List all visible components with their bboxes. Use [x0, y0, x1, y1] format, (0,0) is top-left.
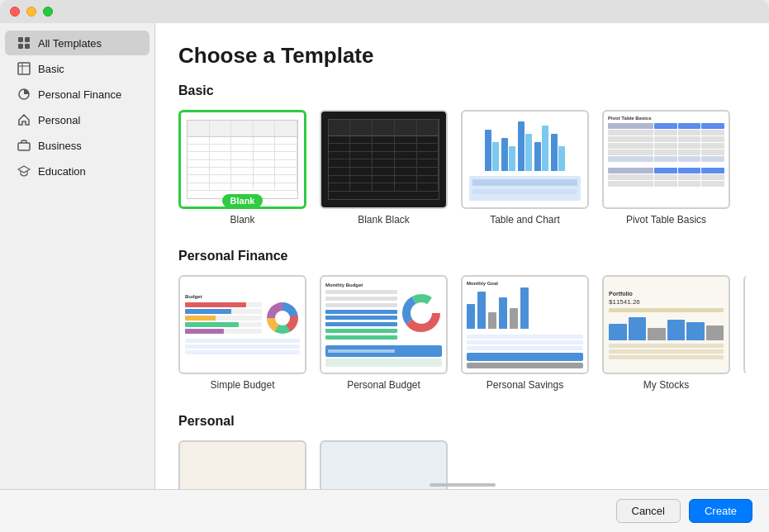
- sidebar-label-personal: Personal: [38, 114, 80, 126]
- sidebar-label-personal-finance: Personal Finance: [38, 88, 121, 101]
- template-item-personal-budget[interactable]: Monthly Budget: [320, 275, 448, 391]
- cancel-button[interactable]: Cancel: [616, 499, 681, 523]
- stocks-amount: $11541.26: [609, 298, 640, 306]
- template-label-personal-savings: Personal Savings: [487, 379, 563, 391]
- pivot-table-mini: [608, 123, 724, 163]
- sidebar-label-all-templates: All Templates: [38, 37, 102, 50]
- chart-visualization: [485, 118, 565, 171]
- svg-point-13: [413, 305, 430, 321]
- svg-rect-4: [18, 63, 30, 74]
- blank-badge: Blank: [222, 194, 263, 207]
- template-label-pivot-table: Pivot Table Basics: [626, 214, 706, 226]
- stocks-title: Portfolio: [609, 291, 633, 297]
- template-item-shared-expenses[interactable]: Shared Expenses: [743, 275, 746, 391]
- home-icon: [17, 112, 31, 127]
- svg-rect-1: [25, 37, 30, 42]
- content-area: Choose a Template Basic: [155, 23, 769, 532]
- template-label-personal-budget: Personal Budget: [347, 379, 420, 391]
- template-label-blank: Blank: [230, 214, 254, 226]
- template-thumb-blank-black[interactable]: [320, 110, 448, 209]
- sidebar-item-basic[interactable]: Basic: [5, 56, 150, 81]
- chart-icon: [17, 87, 31, 102]
- sidebar-item-personal[interactable]: Personal: [5, 107, 150, 132]
- template-thumb-personal-savings[interactable]: Monthly Goal: [461, 275, 589, 374]
- sidebar-label-education: Education: [38, 165, 86, 178]
- svg-marker-9: [18, 166, 30, 173]
- template-thumb-personal-budget[interactable]: Monthly Budget: [320, 275, 448, 374]
- sidebar-item-all-templates[interactable]: All Templates: [5, 31, 150, 55]
- briefcase-icon: [17, 138, 31, 153]
- svg-rect-8: [18, 143, 30, 150]
- personal-finance-template-grid: Budget: [178, 275, 746, 391]
- template-item-personal-savings[interactable]: Monthly Goal: [461, 275, 589, 391]
- template-label-table-chart: Table and Chart: [490, 214, 560, 226]
- svg-rect-2: [18, 44, 23, 49]
- savings-chart: [467, 287, 529, 329]
- template-label-blank-black: Blank Black: [358, 214, 410, 226]
- basic-template-grid: Blank Blank: [178, 110, 746, 226]
- page-title: Choose a Template: [178, 43, 746, 69]
- template-item-pivot-table[interactable]: Pivot Table Basics: [602, 110, 730, 226]
- grid-icon: [17, 36, 31, 50]
- svg-rect-3: [25, 44, 30, 49]
- sidebar-item-personal-finance[interactable]: Personal Finance: [5, 82, 150, 107]
- mortarboard-icon: [17, 164, 31, 178]
- template-thumb-pivot-table[interactable]: Pivot Table Basics: [602, 110, 730, 209]
- section-title-basic: Basic: [178, 83, 746, 98]
- template-item-my-stocks[interactable]: Portfolio $11541.26: [602, 275, 730, 391]
- template-label-simple-budget: Simple Budget: [210, 379, 274, 391]
- minimize-button[interactable]: [26, 7, 36, 17]
- svg-rect-0: [18, 37, 23, 42]
- donut-chart: [267, 302, 298, 334]
- table-icon: [17, 61, 31, 76]
- sidebar: All Templates Basic Personal Finance: [0, 23, 155, 532]
- pivot-title: Pivot Table Basics: [608, 116, 652, 121]
- template-item-table-chart[interactable]: Table and Chart: [461, 110, 589, 226]
- template-thumb-blank[interactable]: Blank: [178, 110, 306, 209]
- main-layout: All Templates Basic Personal Finance: [0, 23, 769, 532]
- close-button[interactable]: [10, 7, 20, 17]
- template-thumb-shared-expenses[interactable]: Shared Expenses: [743, 275, 746, 374]
- sidebar-label-business: Business: [38, 140, 82, 152]
- template-thumb-table-chart[interactable]: [461, 110, 589, 209]
- stocks-chart: [609, 316, 724, 340]
- create-button[interactable]: Create: [689, 499, 752, 523]
- sidebar-item-business[interactable]: Business: [5, 133, 150, 158]
- maximize-button[interactable]: [43, 7, 53, 17]
- template-item-blank[interactable]: Blank Blank: [178, 110, 306, 226]
- section-title-personal: Personal: [178, 414, 746, 429]
- template-item-simple-budget[interactable]: Budget: [178, 275, 306, 391]
- footer: Cancel Create: [0, 489, 769, 532]
- template-thumb-my-stocks[interactable]: Portfolio $11541.26: [602, 275, 730, 374]
- template-item-blank-black[interactable]: Blank Black: [320, 110, 448, 226]
- template-label-my-stocks: My Stocks: [643, 379, 689, 391]
- section-title-personal-finance: Personal Finance: [178, 249, 746, 264]
- horizontal-scrollbar[interactable]: [430, 483, 496, 487]
- template-thumb-simple-budget[interactable]: Budget: [178, 275, 306, 374]
- sidebar-label-basic: Basic: [38, 63, 64, 75]
- titlebar: [0, 0, 769, 23]
- sidebar-item-education[interactable]: Education: [5, 159, 150, 183]
